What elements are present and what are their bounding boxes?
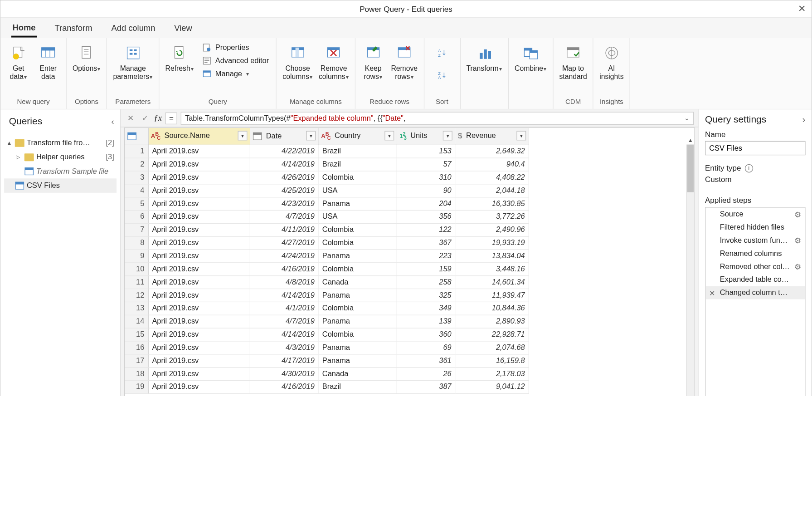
cell[interactable]: April 2019.csv <box>148 341 250 354</box>
cell[interactable]: 122 <box>397 223 455 236</box>
filter-dropdown-icon[interactable]: ▼ <box>384 131 394 140</box>
cell[interactable]: April 2019.csv <box>148 328 250 341</box>
applied-step[interactable]: Invoke custom fun…⚙ <box>705 234 805 247</box>
row-number[interactable]: 17 <box>125 354 148 367</box>
cell[interactable]: Panama <box>318 341 397 354</box>
cell[interactable]: 223 <box>397 249 455 262</box>
expand-formula-icon[interactable]: ⌄ <box>684 114 690 122</box>
row-number[interactable]: 19 <box>125 380 148 393</box>
cell[interactable]: April 2019.csv <box>148 315 250 328</box>
table-row[interactable]: 10April 2019.csv4/16/2019Colombia1593,44… <box>125 262 529 275</box>
cell[interactable]: 19,933.19 <box>455 236 529 250</box>
cell[interactable]: April 2019.csv <box>148 289 250 302</box>
cell[interactable]: Panama <box>318 249 397 262</box>
cell[interactable]: April 2019.csv <box>148 210 250 223</box>
cell[interactable]: 325 <box>397 289 455 302</box>
cell[interactable]: 4/14/2019 <box>250 328 318 341</box>
applied-step[interactable]: Removed other col…⚙ <box>705 260 805 273</box>
cell[interactable]: 26 <box>397 367 455 380</box>
cell[interactable]: Panama <box>318 197 397 210</box>
cell[interactable]: 3,772.26 <box>455 210 529 223</box>
cell[interactable]: 16,330.85 <box>455 197 529 210</box>
table-row[interactable]: 8April 2019.csv4/27/2019Colombia36719,93… <box>125 236 529 250</box>
cell[interactable]: 2,649.32 <box>455 145 529 158</box>
cell[interactable]: 4/11/2019 <box>250 223 318 236</box>
cell[interactable]: 14,601.34 <box>455 275 529 289</box>
applied-step[interactable]: ✕Changed column t… <box>705 286 805 299</box>
cell[interactable]: Brazil <box>318 145 397 158</box>
cancel-formula-icon[interactable]: ✕ <box>126 113 136 123</box>
cell[interactable]: 2,178.03 <box>455 367 529 380</box>
cell[interactable]: 16,159.8 <box>455 354 529 367</box>
row-number[interactable]: 18 <box>125 367 148 380</box>
expander-icon[interactable]: ▲ <box>6 140 12 146</box>
ribbon-remove-rows-button[interactable]: Removerows▾ <box>389 40 420 81</box>
cell[interactable]: Panama <box>318 354 397 367</box>
cell[interactable]: USA <box>318 210 397 223</box>
table-row[interactable]: 1April 2019.csv4/22/2019Brazil1532,649.3… <box>125 145 529 158</box>
cell[interactable]: Brazil <box>318 380 397 393</box>
info-icon[interactable]: i <box>744 164 753 172</box>
cell[interactable]: April 2019.csv <box>148 302 250 315</box>
cell[interactable]: 2,490.96 <box>455 223 529 236</box>
applied-step[interactable]: Expanded table co… <box>705 273 805 286</box>
applied-step[interactable]: Renamed columns <box>705 247 805 260</box>
cell[interactable]: Brazil <box>318 157 397 171</box>
expand-settings-icon[interactable]: › <box>802 114 806 125</box>
applied-step[interactable]: Source⚙ <box>705 208 805 221</box>
cell[interactable]: 4/8/2019 <box>250 275 318 289</box>
column-header-revenue[interactable]: $ Revenue▼ <box>455 128 529 145</box>
table-row[interactable]: 18April 2019.csv4/30/2019Canada262,178.0… <box>125 367 529 380</box>
table-row[interactable]: 16April 2019.csv4/3/2019Panama692,074.68 <box>125 341 529 354</box>
row-number[interactable]: 4 <box>125 184 148 197</box>
ribbon-remove-cols-button[interactable]: Removecolumns▾ <box>316 40 351 81</box>
table-row[interactable]: 7April 2019.csv4/11/2019Colombia1222,490… <box>125 223 529 236</box>
cell[interactable]: 4/22/2019 <box>250 145 318 158</box>
query-name-input[interactable] <box>705 141 806 155</box>
cell[interactable]: April 2019.csv <box>148 367 250 380</box>
cell[interactable]: April 2019.csv <box>148 197 250 210</box>
cell[interactable]: 153 <box>397 145 455 158</box>
cell[interactable]: April 2019.csv <box>148 145 250 158</box>
cell[interactable]: 10,844.36 <box>455 302 529 315</box>
cell[interactable]: 22,928.71 <box>455 328 529 341</box>
cell[interactable]: 4/16/2019 <box>250 262 318 275</box>
cell[interactable]: 2,890.93 <box>455 315 529 328</box>
row-number[interactable]: 2 <box>125 157 148 171</box>
table-row[interactable]: 15April 2019.csv4/14/2019Colombia36022,9… <box>125 328 529 341</box>
row-number[interactable]: 1 <box>125 145 148 158</box>
ribbon-sort-za-button[interactable]: ZA <box>428 63 456 86</box>
cell[interactable]: April 2019.csv <box>148 157 250 171</box>
cell[interactable]: 361 <box>397 354 455 367</box>
cell[interactable]: 4/3/2019 <box>250 341 318 354</box>
table-row[interactable]: 19April 2019.csv4/16/2019Brazil3879,041.… <box>125 380 529 393</box>
table-row[interactable]: 13April 2019.csv4/1/2019Colombia34910,84… <box>125 302 529 315</box>
grid-corner[interactable] <box>125 128 148 145</box>
cell[interactable]: 4/16/2019 <box>250 380 318 393</box>
row-number[interactable]: 13 <box>125 302 148 315</box>
tab-view[interactable]: View <box>173 20 194 36</box>
cell[interactable]: 310 <box>397 171 455 184</box>
filter-dropdown-icon[interactable]: ▼ <box>306 131 316 140</box>
table-row[interactable]: 11April 2019.csv4/8/2019Canada25814,601.… <box>125 275 529 289</box>
cell[interactable]: Canada <box>318 367 397 380</box>
row-number[interactable]: 11 <box>125 275 148 289</box>
ribbon-options-button[interactable]: Options▾ <box>70 40 103 73</box>
ribbon-adv-editor-item[interactable]: Advanced editor <box>200 55 272 67</box>
tab-transform[interactable]: Transform <box>53 20 93 36</box>
ribbon-properties-item[interactable]: Properties <box>200 42 272 54</box>
table-row[interactable]: 5April 2019.csv4/23/2019Panama20416,330.… <box>125 197 529 210</box>
table-row[interactable]: 2April 2019.csv4/14/2019Brazil57940.4 <box>125 157 529 171</box>
expander-icon[interactable]: ▷ <box>16 154 22 160</box>
cell[interactable]: 159 <box>397 262 455 275</box>
ribbon-parameters-button[interactable]: Manageparameters▾ <box>111 40 155 81</box>
row-number[interactable]: 15 <box>125 328 148 341</box>
row-number[interactable]: 5 <box>125 197 148 210</box>
row-number[interactable]: 9 <box>125 249 148 262</box>
applied-step[interactable]: Filtered hidden files <box>705 221 805 234</box>
cell[interactable]: 367 <box>397 236 455 250</box>
ribbon-keep-rows-button[interactable]: Keeprows▾ <box>359 40 388 81</box>
table-row[interactable]: 3April 2019.csv4/26/2019Colombia3104,408… <box>125 171 529 184</box>
cell[interactable]: USA <box>318 184 397 197</box>
cell[interactable]: 4/7/2019 <box>250 315 318 328</box>
